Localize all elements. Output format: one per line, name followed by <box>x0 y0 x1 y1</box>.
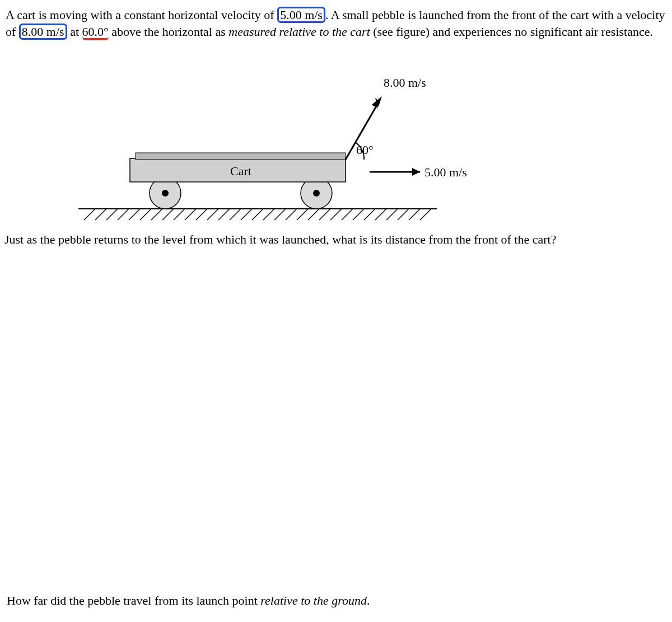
problem-paragraph-1: A cart is moving with a constant horizon… <box>6 7 666 40</box>
svg-line-28 <box>386 209 398 220</box>
svg-line-6 <box>140 209 151 220</box>
svg-point-35 <box>313 190 320 197</box>
svg-marker-40 <box>372 96 382 106</box>
svg-line-4 <box>118 209 129 220</box>
cart-velocity-highlight: 5.00 m/s <box>277 7 325 23</box>
text-fragment: How far did the pebble travel from its l… <box>7 593 260 607</box>
svg-point-33 <box>162 190 169 197</box>
svg-line-24 <box>342 209 353 220</box>
text-fragment: A cart is moving with a constant horizon… <box>6 8 277 22</box>
svg-line-7 <box>151 209 162 220</box>
svg-line-2 <box>95 209 106 220</box>
angle-label: 60° <box>356 143 374 157</box>
svg-line-29 <box>398 209 409 220</box>
svg-line-25 <box>353 209 364 220</box>
svg-line-12 <box>207 209 218 220</box>
svg-line-5 <box>129 209 140 220</box>
svg-line-16 <box>252 209 263 220</box>
svg-line-17 <box>263 209 274 220</box>
cart-diagram: Cart 60° 8.00 m/s 5.00 m/s <box>78 76 582 227</box>
svg-marker-42 <box>412 168 420 176</box>
relative-phrase: measured relative to the cart <box>228 25 370 39</box>
svg-line-27 <box>375 209 386 220</box>
svg-line-31 <box>420 209 431 220</box>
text-fragment: (see figure) and experiences no signific… <box>370 25 653 39</box>
svg-line-21 <box>308 209 319 220</box>
svg-line-26 <box>364 209 375 220</box>
question-2: How far did the pebble travel from its l… <box>7 592 668 609</box>
svg-line-14 <box>230 209 241 220</box>
svg-line-13 <box>218 209 230 220</box>
svg-rect-37 <box>136 153 346 160</box>
svg-line-10 <box>185 209 196 220</box>
svg-line-19 <box>286 209 297 220</box>
svg-line-15 <box>241 209 252 220</box>
svg-line-18 <box>274 209 286 220</box>
cart-label: Cart <box>230 164 251 178</box>
text-fragment: Just as the pebble returns to the level … <box>4 232 556 246</box>
svg-line-30 <box>409 209 420 220</box>
svg-line-9 <box>174 209 185 220</box>
svg-line-22 <box>319 209 330 220</box>
diagram-svg: Cart 60° 8.00 m/s 5.00 m/s <box>78 76 582 227</box>
angle-underline: 60.0° <box>82 26 109 40</box>
svg-line-8 <box>162 209 174 220</box>
svg-line-20 <box>297 209 308 220</box>
pebble-velocity-label: 8.00 m/s <box>384 76 426 90</box>
svg-line-3 <box>106 209 118 220</box>
question-1: Just as the pebble returns to the level … <box>4 231 665 248</box>
svg-line-1 <box>84 209 95 220</box>
svg-line-23 <box>330 209 342 220</box>
text-fragment: above the horizontal as <box>109 25 228 39</box>
relative-ground-phrase: relative to the ground <box>260 593 367 607</box>
text-fragment: at <box>67 25 82 39</box>
text-fragment: . <box>367 593 370 607</box>
cart-velocity-label: 5.00 m/s <box>424 165 467 179</box>
svg-line-11 <box>196 209 207 220</box>
pebble-velocity-highlight: 8.00 m/s <box>19 24 67 40</box>
